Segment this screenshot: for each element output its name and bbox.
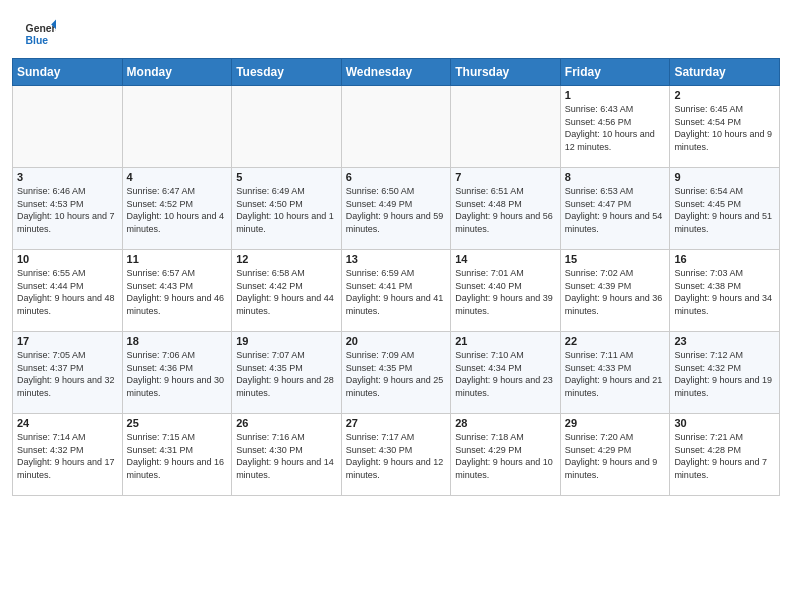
day-number: 12 xyxy=(236,253,337,265)
day-number: 17 xyxy=(17,335,118,347)
day-number: 10 xyxy=(17,253,118,265)
day-info: Sunrise: 7:21 AMSunset: 4:28 PMDaylight:… xyxy=(674,431,775,481)
day-cell xyxy=(13,86,123,168)
day-cell xyxy=(451,86,561,168)
day-cell: 24Sunrise: 7:14 AMSunset: 4:32 PMDayligh… xyxy=(13,414,123,496)
weekday-header-monday: Monday xyxy=(122,59,232,86)
day-cell xyxy=(341,86,451,168)
weekday-header-thursday: Thursday xyxy=(451,59,561,86)
day-number: 1 xyxy=(565,89,666,101)
day-number: 21 xyxy=(455,335,556,347)
weekday-header-saturday: Saturday xyxy=(670,59,780,86)
logo-icon: General Blue xyxy=(24,18,56,50)
day-cell: 14Sunrise: 7:01 AMSunset: 4:40 PMDayligh… xyxy=(451,250,561,332)
day-number: 23 xyxy=(674,335,775,347)
day-cell: 21Sunrise: 7:10 AMSunset: 4:34 PMDayligh… xyxy=(451,332,561,414)
day-info: Sunrise: 7:01 AMSunset: 4:40 PMDaylight:… xyxy=(455,267,556,317)
day-info: Sunrise: 6:58 AMSunset: 4:42 PMDaylight:… xyxy=(236,267,337,317)
day-number: 16 xyxy=(674,253,775,265)
day-cell: 27Sunrise: 7:17 AMSunset: 4:30 PMDayligh… xyxy=(341,414,451,496)
calendar-header: SundayMondayTuesdayWednesdayThursdayFrid… xyxy=(13,59,780,86)
day-info: Sunrise: 6:59 AMSunset: 4:41 PMDaylight:… xyxy=(346,267,447,317)
weekday-header-wednesday: Wednesday xyxy=(341,59,451,86)
day-number: 5 xyxy=(236,171,337,183)
day-cell: 25Sunrise: 7:15 AMSunset: 4:31 PMDayligh… xyxy=(122,414,232,496)
day-number: 6 xyxy=(346,171,447,183)
day-info: Sunrise: 6:47 AMSunset: 4:52 PMDaylight:… xyxy=(127,185,228,235)
day-number: 9 xyxy=(674,171,775,183)
day-cell xyxy=(232,86,342,168)
weekday-row: SundayMondayTuesdayWednesdayThursdayFrid… xyxy=(13,59,780,86)
day-info: Sunrise: 7:10 AMSunset: 4:34 PMDaylight:… xyxy=(455,349,556,399)
weekday-header-sunday: Sunday xyxy=(13,59,123,86)
day-info: Sunrise: 7:12 AMSunset: 4:32 PMDaylight:… xyxy=(674,349,775,399)
day-number: 3 xyxy=(17,171,118,183)
day-info: Sunrise: 6:55 AMSunset: 4:44 PMDaylight:… xyxy=(17,267,118,317)
day-cell: 8Sunrise: 6:53 AMSunset: 4:47 PMDaylight… xyxy=(560,168,670,250)
day-number: 20 xyxy=(346,335,447,347)
day-info: Sunrise: 7:16 AMSunset: 4:30 PMDaylight:… xyxy=(236,431,337,481)
logo: General Blue xyxy=(24,18,60,50)
day-info: Sunrise: 7:14 AMSunset: 4:32 PMDaylight:… xyxy=(17,431,118,481)
calendar-body: 1Sunrise: 6:43 AMSunset: 4:56 PMDaylight… xyxy=(13,86,780,496)
day-cell: 12Sunrise: 6:58 AMSunset: 4:42 PMDayligh… xyxy=(232,250,342,332)
day-number: 13 xyxy=(346,253,447,265)
day-cell: 2Sunrise: 6:45 AMSunset: 4:54 PMDaylight… xyxy=(670,86,780,168)
day-info: Sunrise: 7:05 AMSunset: 4:37 PMDaylight:… xyxy=(17,349,118,399)
day-info: Sunrise: 7:17 AMSunset: 4:30 PMDaylight:… xyxy=(346,431,447,481)
calendar-table: SundayMondayTuesdayWednesdayThursdayFrid… xyxy=(12,58,780,496)
svg-text:General: General xyxy=(26,23,56,34)
day-info: Sunrise: 7:11 AMSunset: 4:33 PMDaylight:… xyxy=(565,349,666,399)
day-info: Sunrise: 6:50 AMSunset: 4:49 PMDaylight:… xyxy=(346,185,447,235)
day-number: 27 xyxy=(346,417,447,429)
day-cell: 20Sunrise: 7:09 AMSunset: 4:35 PMDayligh… xyxy=(341,332,451,414)
day-number: 30 xyxy=(674,417,775,429)
week-row-5: 24Sunrise: 7:14 AMSunset: 4:32 PMDayligh… xyxy=(13,414,780,496)
day-info: Sunrise: 7:02 AMSunset: 4:39 PMDaylight:… xyxy=(565,267,666,317)
day-number: 2 xyxy=(674,89,775,101)
weekday-header-friday: Friday xyxy=(560,59,670,86)
day-info: Sunrise: 6:57 AMSunset: 4:43 PMDaylight:… xyxy=(127,267,228,317)
day-number: 22 xyxy=(565,335,666,347)
svg-text:Blue: Blue xyxy=(26,35,49,46)
day-cell: 26Sunrise: 7:16 AMSunset: 4:30 PMDayligh… xyxy=(232,414,342,496)
day-cell: 29Sunrise: 7:20 AMSunset: 4:29 PMDayligh… xyxy=(560,414,670,496)
day-number: 15 xyxy=(565,253,666,265)
day-cell: 10Sunrise: 6:55 AMSunset: 4:44 PMDayligh… xyxy=(13,250,123,332)
day-cell: 15Sunrise: 7:02 AMSunset: 4:39 PMDayligh… xyxy=(560,250,670,332)
day-info: Sunrise: 7:06 AMSunset: 4:36 PMDaylight:… xyxy=(127,349,228,399)
day-number: 8 xyxy=(565,171,666,183)
page-header: General Blue xyxy=(0,0,792,58)
day-cell: 3Sunrise: 6:46 AMSunset: 4:53 PMDaylight… xyxy=(13,168,123,250)
day-cell: 17Sunrise: 7:05 AMSunset: 4:37 PMDayligh… xyxy=(13,332,123,414)
calendar: SundayMondayTuesdayWednesdayThursdayFrid… xyxy=(0,58,792,508)
day-cell: 23Sunrise: 7:12 AMSunset: 4:32 PMDayligh… xyxy=(670,332,780,414)
day-cell: 19Sunrise: 7:07 AMSunset: 4:35 PMDayligh… xyxy=(232,332,342,414)
day-cell: 5Sunrise: 6:49 AMSunset: 4:50 PMDaylight… xyxy=(232,168,342,250)
day-number: 7 xyxy=(455,171,556,183)
week-row-3: 10Sunrise: 6:55 AMSunset: 4:44 PMDayligh… xyxy=(13,250,780,332)
day-info: Sunrise: 7:07 AMSunset: 4:35 PMDaylight:… xyxy=(236,349,337,399)
day-cell: 28Sunrise: 7:18 AMSunset: 4:29 PMDayligh… xyxy=(451,414,561,496)
day-cell xyxy=(122,86,232,168)
day-info: Sunrise: 7:03 AMSunset: 4:38 PMDaylight:… xyxy=(674,267,775,317)
day-info: Sunrise: 6:54 AMSunset: 4:45 PMDaylight:… xyxy=(674,185,775,235)
day-cell: 9Sunrise: 6:54 AMSunset: 4:45 PMDaylight… xyxy=(670,168,780,250)
day-info: Sunrise: 6:45 AMSunset: 4:54 PMDaylight:… xyxy=(674,103,775,153)
day-info: Sunrise: 6:49 AMSunset: 4:50 PMDaylight:… xyxy=(236,185,337,235)
day-cell: 6Sunrise: 6:50 AMSunset: 4:49 PMDaylight… xyxy=(341,168,451,250)
day-cell: 16Sunrise: 7:03 AMSunset: 4:38 PMDayligh… xyxy=(670,250,780,332)
day-cell: 30Sunrise: 7:21 AMSunset: 4:28 PMDayligh… xyxy=(670,414,780,496)
day-number: 25 xyxy=(127,417,228,429)
day-info: Sunrise: 7:20 AMSunset: 4:29 PMDaylight:… xyxy=(565,431,666,481)
day-number: 28 xyxy=(455,417,556,429)
day-number: 29 xyxy=(565,417,666,429)
day-cell: 11Sunrise: 6:57 AMSunset: 4:43 PMDayligh… xyxy=(122,250,232,332)
day-cell: 1Sunrise: 6:43 AMSunset: 4:56 PMDaylight… xyxy=(560,86,670,168)
day-number: 24 xyxy=(17,417,118,429)
day-number: 11 xyxy=(127,253,228,265)
day-info: Sunrise: 6:53 AMSunset: 4:47 PMDaylight:… xyxy=(565,185,666,235)
day-cell: 4Sunrise: 6:47 AMSunset: 4:52 PMDaylight… xyxy=(122,168,232,250)
day-info: Sunrise: 6:51 AMSunset: 4:48 PMDaylight:… xyxy=(455,185,556,235)
day-info: Sunrise: 6:46 AMSunset: 4:53 PMDaylight:… xyxy=(17,185,118,235)
